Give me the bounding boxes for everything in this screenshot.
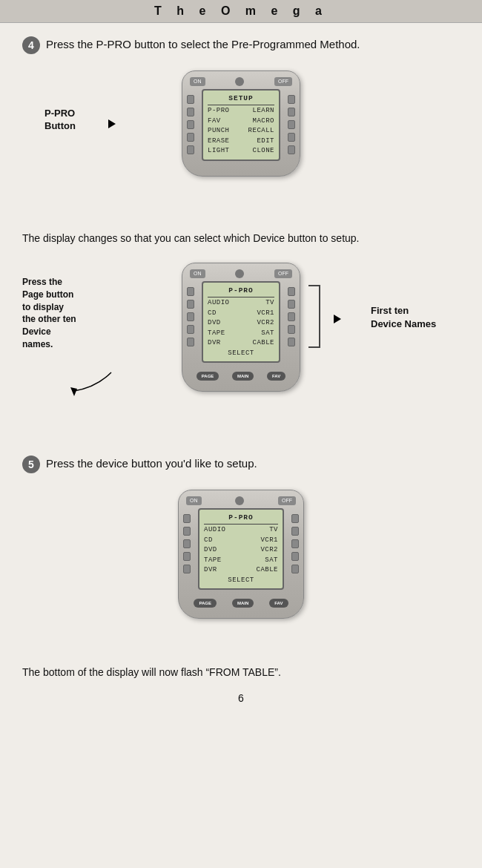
remote1-row1: P-PROLEARN (208, 106, 274, 116)
remote3-right-btn1[interactable] (291, 514, 299, 523)
remote2-right-btn5[interactable] (288, 338, 295, 346)
remote2: ON OFF P-PRO AUDIOTV CDVCR1 (182, 263, 300, 392)
remote2-left-btn1[interactable] (187, 287, 194, 296)
remote3-left-btn5[interactable] (183, 565, 191, 573)
remote2-on-btn: ON (190, 269, 205, 278)
remote3-select: SELECT (204, 576, 278, 586)
remote2-row2: CDVCR1 (208, 309, 274, 319)
remote1-left-btn1[interactable] (187, 95, 194, 104)
remote3-right-btn3[interactable] (291, 539, 299, 548)
remote3-left-btn1[interactable] (183, 514, 191, 523)
remote3-right-side (291, 508, 299, 594)
remote2-fav-btn[interactable]: FAV (267, 372, 285, 381)
bracket-arrow (331, 312, 341, 324)
remote1-right-side (288, 89, 295, 165)
step5-row: 5 Press the device button you'd like to … (22, 456, 460, 473)
remote1-left-side (187, 89, 194, 165)
remote3-right-btn5[interactable] (291, 565, 299, 573)
remote3-right-btn2[interactable] (291, 527, 299, 536)
desc2-text: The bottom of the display will now flash… (22, 665, 460, 680)
remote2-page-btn[interactable]: PAGE (197, 372, 219, 381)
remote3-top-buttons: ON OFF (183, 496, 299, 505)
remote3-left-btn3[interactable] (183, 539, 191, 548)
remote3-left-side (183, 508, 191, 594)
remote3-right-btn4[interactable] (291, 552, 299, 561)
remote2-row5: DVRCABLE (208, 338, 274, 349)
remote3-left-btn4[interactable] (183, 552, 191, 561)
remote3-screen: P-PRO AUDIOTV CDVCR1 DVDVCR2 TAPESAT DVR… (198, 508, 284, 590)
remote2-right-btn2[interactable] (288, 300, 295, 309)
ppro-arrow (105, 116, 116, 129)
remote3-row5: DVRCABLE (204, 565, 278, 576)
page-button-label: Press thePage buttonto displaythe other … (22, 276, 104, 351)
remote2-main-btn[interactable]: MAIN (232, 372, 254, 381)
remote3-row1: AUDIOTV (204, 525, 278, 536)
remote3-section: ON OFF P-PRO AUDIOTV CDVCR1 (22, 482, 460, 653)
remote3-main-btn[interactable]: MAIN (232, 599, 254, 608)
remote2-row1: AUDIOTV (208, 298, 274, 309)
remote2-left-btn5[interactable] (187, 338, 194, 346)
first-ten-label: First tenDevice Names (371, 304, 460, 331)
remote1-off-btn: OFF (274, 77, 292, 86)
remote1-screen-title: SETUP (208, 93, 274, 105)
remote1-right-btn3[interactable] (288, 120, 295, 129)
page-header: T h e O m e g a (0, 0, 482, 23)
remote3-screen-title: P-PRO (204, 513, 278, 525)
remote2-select: SELECT (208, 349, 274, 359)
remote3-off-btn: OFF (278, 496, 296, 505)
remote1-left-btn5[interactable] (187, 145, 194, 154)
remote1-on-btn: ON (190, 77, 205, 86)
remote1-left-btn3[interactable] (187, 120, 194, 129)
device-names-bracket (308, 285, 320, 348)
remote3-on-btn: ON (186, 496, 202, 505)
svg-marker-0 (70, 387, 77, 396)
remote2-left-side (187, 281, 194, 367)
remote1-left-btn2[interactable] (187, 108, 194, 116)
remote2-row4: TAPESAT (208, 329, 274, 339)
remote3: ON OFF P-PRO AUDIOTV CDVCR1 (178, 490, 304, 619)
remote3-body: P-PRO AUDIOTV CDVCR1 DVDVCR2 TAPESAT DVR… (183, 508, 299, 594)
remote3-fav-btn[interactable]: FAV (269, 599, 288, 608)
remote1-top-buttons: ON OFF (187, 77, 295, 86)
remote3-indicator (235, 496, 244, 505)
remote1-right-btn1[interactable] (288, 95, 295, 104)
step4-row: 4 Press the P-PRO button to select the P… (22, 36, 460, 54)
remote2-right-btn3[interactable] (288, 312, 295, 321)
remote2-left-btn3[interactable] (187, 312, 194, 321)
remote1-right-btn2[interactable] (288, 108, 295, 116)
remote2-body: P-PRO AUDIOTV CDVCR1 DVDVCR2 TAPESAT DVR… (187, 281, 295, 367)
remote2-section: Press thePage buttonto displaythe other … (22, 255, 460, 441)
remote1-right-btn5[interactable] (288, 145, 295, 154)
remote2-top-buttons: ON OFF (187, 269, 295, 278)
remote1-row5: LIGHTCLONE (208, 146, 274, 157)
remote2-right-btn1[interactable] (288, 287, 295, 296)
remote3-left-btn2[interactable] (183, 527, 191, 536)
remote1-screen: SETUP P-PROLEARN FAVMACRO PUNCHRECALL ER… (202, 89, 280, 161)
remote1-row3: PUNCHRECALL (208, 126, 274, 137)
step5-text: Press the device button you'd like to se… (46, 456, 257, 471)
page-number: 6 (22, 692, 460, 704)
desc1-text: The display changes so that you can sele… (22, 231, 460, 246)
step4-marker: 4 (22, 36, 40, 54)
remote1-row4: ERASEEDIT (208, 137, 274, 147)
remote3-bottom-buttons: PAGE MAIN FAV (183, 599, 299, 608)
remote1-left-btn4[interactable] (187, 133, 194, 142)
remote3-row2: CDVCR1 (204, 536, 278, 546)
remote2-right-side (288, 281, 295, 367)
remote1-section: P-PRO Button ON OFF (22, 63, 460, 219)
remote3-row4: TAPESAT (204, 556, 278, 566)
remote1-screen-col: SETUP P-PROLEARN FAVMACRO PUNCHRECALL ER… (197, 89, 285, 165)
remote2-indicator (235, 269, 244, 278)
remote3-page-btn[interactable]: PAGE (194, 599, 217, 608)
remote2-row3: DVDVCR2 (208, 318, 274, 329)
remote1: ON OFF SETUP P-PROLEARN FAVMACR (182, 70, 300, 177)
remote2-right-btn4[interactable] (288, 325, 295, 334)
left-arrow-svg (67, 365, 126, 402)
remote3-row3: DVDVCR2 (204, 545, 278, 556)
remote2-left-btn4[interactable] (187, 325, 194, 334)
remote2-screen-title: P-PRO (208, 286, 274, 297)
remote2-left-btn2[interactable] (187, 300, 194, 309)
remote2-off-btn: OFF (274, 269, 292, 278)
step4-text: Press the P-PRO button to select the Pre… (46, 36, 360, 52)
remote1-right-btn4[interactable] (288, 133, 295, 142)
